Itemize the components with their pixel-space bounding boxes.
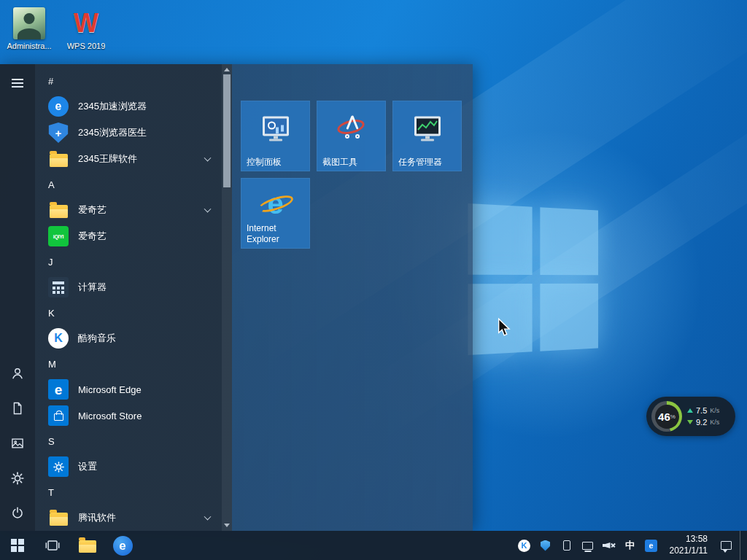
start-menu-rail <box>0 64 35 531</box>
icon-glyph: iQIYI <box>53 234 63 239</box>
power-icon <box>10 506 25 521</box>
section-header-k[interactable]: K <box>35 300 222 325</box>
task-view-icon <box>44 537 61 553</box>
clock-time: 13:58 <box>686 534 708 545</box>
desktop-icon-area: Administra... W WPS 2019 <box>6 7 109 50</box>
scrollbar-thumb[interactable] <box>223 74 231 187</box>
task-view-button[interactable] <box>35 531 70 560</box>
app-item-label: 2345浏览器医生 <box>78 126 147 139</box>
tile-snipping-tool[interactable]: 截图工具 <box>317 101 386 171</box>
control-panel-icon <box>263 116 289 136</box>
tile-task-manager[interactable]: 任务管理器 <box>392 101 462 171</box>
file-explorer-button[interactable] <box>70 531 105 560</box>
action-center-icon <box>721 541 732 550</box>
section-header-j[interactable]: J <box>35 249 222 274</box>
tray-security-button[interactable] <box>538 531 553 560</box>
kugou-icon: K <box>518 540 530 552</box>
system-tray: K 中 e 13:58 20 <box>517 531 747 560</box>
icon-glyph: e <box>55 383 63 397</box>
chevron-down-icon <box>204 155 212 162</box>
app-list-scrollbar[interactable] <box>222 64 232 531</box>
app-item-2345-software-folder[interactable]: 2345王牌软件 <box>35 146 222 172</box>
tray-kugou-button[interactable]: K <box>517 531 532 560</box>
tile-label: 截图工具 <box>322 157 382 168</box>
download-speed-row: 9.2 K/s <box>687 418 719 427</box>
section-header-hash[interactable]: # <box>35 69 222 93</box>
usage-gauge: 46% <box>651 401 682 432</box>
chevron-down-icon <box>204 513 212 521</box>
app-item-settings[interactable]: 设置 <box>35 454 222 480</box>
tray-volume-button[interactable] <box>602 531 616 560</box>
tray-network-button[interactable] <box>581 531 595 560</box>
app-list: # e 2345加速浏览器 + 2345浏览器医生 2345王牌软件 A 爱奇艺 <box>35 64 222 531</box>
task-manager-icon <box>414 116 441 136</box>
shield-icon <box>541 540 550 551</box>
section-letter: M <box>48 359 56 370</box>
app-item-microsoft-edge[interactable]: e Microsoft Edge <box>35 376 222 402</box>
taskbar-empty-area <box>140 531 517 560</box>
tray-device-button[interactable] <box>560 531 574 560</box>
icon-glyph: + <box>55 128 62 139</box>
gauge-percent-unit: % <box>670 413 676 420</box>
app-item-iqiyi[interactable]: iQIYI 爱奇艺 <box>35 223 222 249</box>
app-item-microsoft-store[interactable]: Microsoft Store <box>35 402 222 429</box>
app-item-2345-browser[interactable]: e 2345加速浏览器 <box>35 93 222 120</box>
calculator-icon <box>48 277 69 298</box>
section-header-m[interactable]: M <box>35 351 222 376</box>
documents-button[interactable] <box>0 391 35 426</box>
power-button[interactable] <box>0 496 35 531</box>
scroll-up-arrow-icon[interactable] <box>224 68 230 71</box>
iqiyi-icon: iQIYI <box>48 226 69 246</box>
app-item-iqiyi-folder[interactable]: 爱奇艺 <box>35 197 222 223</box>
pictures-button[interactable] <box>0 426 35 461</box>
browser-icon: e <box>113 536 133 556</box>
desktop-icon-label: WPS 2019 <box>67 42 106 50</box>
tray-browser-button[interactable]: e <box>644 531 659 560</box>
menu-expand-button[interactable] <box>0 66 35 101</box>
gear-icon <box>10 471 25 486</box>
upload-speed-row: 7.5 K/s <box>687 406 719 415</box>
taskbar-clock[interactable]: 13:58 2021/1/11 <box>665 534 713 556</box>
folder-icon <box>48 149 69 169</box>
start-menu: # e 2345加速浏览器 + 2345浏览器医生 2345王牌软件 A 爱奇艺 <box>0 64 473 531</box>
section-header-t[interactable]: T <box>35 480 222 505</box>
blue-app-icon: e <box>645 540 657 552</box>
app-item-label: 计算器 <box>78 281 107 294</box>
ime-language-indicator: 中 <box>625 539 635 552</box>
tray-ime-button[interactable]: 中 <box>623 531 638 560</box>
upload-speed-value: 7.5 <box>696 406 707 415</box>
desktop-icon-administrator[interactable]: Administra... <box>6 7 53 50</box>
download-arrow-icon <box>687 420 693 424</box>
show-desktop-button[interactable] <box>740 531 744 560</box>
app-item-2345-browser-doctor[interactable]: + 2345浏览器医生 <box>35 120 222 146</box>
user-account-button[interactable] <box>0 356 35 391</box>
app-item-tencent-folder[interactable]: 腾讯软件 <box>35 505 222 531</box>
section-header-a[interactable]: A <box>35 172 222 197</box>
wps-logo-icon: W <box>70 7 102 39</box>
windows-logo-icon <box>11 539 24 552</box>
section-letter: S <box>48 436 55 447</box>
icon-glyph: W <box>74 10 98 36</box>
network-speed-widget[interactable]: 46% 7.5 K/s 9.2 K/s <box>646 397 735 436</box>
settings-button[interactable] <box>0 461 35 496</box>
scroll-down-arrow-icon[interactable] <box>224 524 230 527</box>
section-header-s[interactable]: S <box>35 429 222 454</box>
desktop-icon-wps-2019[interactable]: W WPS 2019 <box>63 7 109 50</box>
app-item-calculator[interactable]: 计算器 <box>35 274 222 300</box>
app-item-label: 爱奇艺 <box>78 203 107 217</box>
action-center-button[interactable] <box>719 531 733 560</box>
section-letter: J <box>48 257 53 268</box>
app-item-kugou-music[interactable]: K 酷狗音乐 <box>35 325 222 351</box>
folder-icon <box>48 508 69 528</box>
folder-icon <box>48 200 69 220</box>
tile-control-panel[interactable]: 控制面板 <box>241 101 310 171</box>
pinned-browser-button[interactable]: e <box>105 531 140 560</box>
internet-explorer-icon: e <box>257 187 295 219</box>
icon-glyph: K <box>54 332 63 344</box>
tile-grid: 控制面板 截图工具 <box>241 101 473 249</box>
start-button[interactable] <box>0 531 35 560</box>
section-letter: K <box>48 308 55 319</box>
tile-internet-explorer[interactable]: e Internet Explorer <box>241 178 310 249</box>
icon-glyph: K <box>522 542 527 550</box>
upload-speed-unit: K/s <box>710 407 719 414</box>
